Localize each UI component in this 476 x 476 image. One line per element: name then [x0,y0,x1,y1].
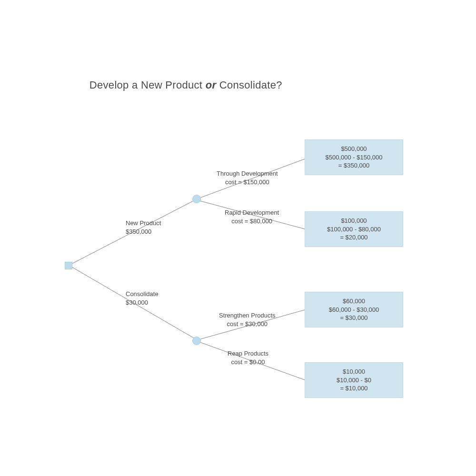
outcome-box-2: $100,000 $100,000 - $80,000 = $20,000 [305,211,403,247]
outcome-box-2-text: $100,000 $100,000 - $80,000 = $20,000 [327,217,381,242]
option-label-through-development: Through Development cost = $150,000 [217,169,278,186]
branch-label-consolidate: Consolidate $30,000 [126,290,159,307]
root-decision-node [65,262,72,269]
option-label-reap-products: Reap Products cost = $0.00 [228,349,268,366]
option-label-rapid-development: Rapid Development cost = $80,000 [225,208,279,225]
branch-label-new-product: New Product $350,000 [126,219,161,236]
new-product-chance-node [192,195,201,203]
outcome-box-1: $500,000 $500,000 - $150,000 = $350,000 [305,139,403,175]
consolidate-chance-node [192,337,201,345]
outcome-box-3-text: $60,000 $60,000 - $30,000 = $30,000 [329,297,379,322]
outcome-box-4: $10,000 $10,000 - $0 = $10,000 [305,362,403,398]
outcome-box-3: $60,000 $60,000 - $30,000 = $30,000 [305,292,403,327]
outcome-box-4-text: $10,000 $10,000 - $0 = $10,000 [337,367,371,393]
outcome-box-1-text: $500,000 $500,000 - $150,000 = $350,000 [326,145,383,170]
option-label-strengthen-products: Strengthen Products cost = $30,000 [219,311,276,328]
connector-lines [0,0,476,476]
